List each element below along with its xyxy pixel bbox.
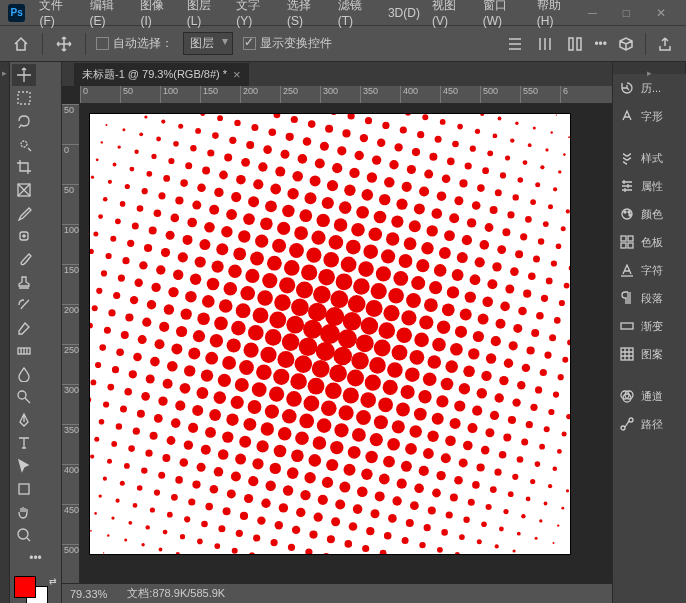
svg-point-450 (356, 410, 371, 425)
healing-tool[interactable] (12, 225, 36, 247)
collapse-toggle[interactable]: ▸ (0, 62, 10, 603)
svg-point-136 (120, 481, 125, 486)
swap-colors-icon[interactable]: ⇄ (49, 576, 57, 586)
marquee-tool[interactable] (12, 87, 36, 109)
svg-point-508 (375, 491, 385, 501)
move-tool-icon[interactable] (53, 33, 75, 55)
panel-channels[interactable]: 通道 (613, 382, 686, 410)
crop-tool[interactable] (12, 156, 36, 178)
quick-select-tool[interactable] (12, 133, 36, 155)
zoom-tool[interactable] (12, 524, 36, 546)
svg-point-161 (145, 450, 152, 457)
svg-point-143 (229, 137, 236, 144)
blur-tool[interactable] (12, 363, 36, 385)
canvas[interactable] (90, 114, 570, 554)
auto-select-checkbox[interactable]: 自动选择： (96, 35, 173, 52)
menu-file[interactable]: 文件(F) (33, 0, 83, 32)
move-tool[interactable] (12, 64, 36, 86)
dock-collapse[interactable]: ▸ (613, 62, 686, 74)
panel-paths[interactable]: 路径 (613, 410, 686, 438)
menu-view[interactable]: 视图(V) (426, 0, 477, 32)
pen-tool[interactable] (12, 409, 36, 431)
document-tab[interactable]: 未标题-1 @ 79.3%(RGB/8#) * × (74, 63, 249, 86)
edit-toolbar[interactable]: ••• (12, 547, 59, 569)
distribute-icon[interactable] (564, 33, 586, 55)
frame-tool[interactable] (12, 179, 36, 201)
svg-point-118 (202, 166, 210, 174)
menu-window[interactable]: 窗口(W) (477, 0, 531, 32)
shape-tool[interactable] (12, 478, 36, 500)
eyedropper-tool[interactable] (12, 202, 36, 224)
show-transform-checkbox[interactable]: 显示变换控件 (243, 35, 332, 52)
history-brush-tool[interactable] (12, 294, 36, 316)
hand-tool[interactable] (12, 501, 36, 523)
gradient-tool[interactable] (12, 340, 36, 362)
path-select-tool[interactable] (12, 455, 36, 477)
svg-point-596 (535, 182, 540, 187)
panel-character[interactable]: 字符 (613, 256, 686, 284)
panel-styles[interactable]: 样式 (613, 144, 686, 172)
svg-point-363 (336, 273, 353, 290)
menu-edit[interactable]: 编辑(E) (84, 0, 135, 32)
panel-swatches[interactable]: 色板 (613, 228, 686, 256)
foreground-color[interactable] (14, 576, 36, 598)
svg-point-3 (21, 141, 27, 147)
maximize-button[interactable]: □ (617, 2, 636, 24)
menu-image[interactable]: 图像(I) (134, 0, 180, 32)
panel-paragraph[interactable]: 段落 (613, 284, 686, 312)
svg-point-187 (167, 436, 176, 445)
3d-mode-icon[interactable] (615, 33, 637, 55)
doc-size[interactable]: 文档:878.9K/585.9K (127, 586, 225, 601)
svg-point-608 (477, 388, 487, 398)
zoom-level[interactable]: 79.33% (70, 588, 107, 600)
panel-color[interactable]: 颜色 (613, 200, 686, 228)
svg-point-224 (275, 167, 285, 177)
tab-close-icon[interactable]: × (233, 67, 241, 82)
color-swatches[interactable]: ⇄ (12, 576, 59, 603)
svg-point-618 (568, 136, 570, 138)
svg-rect-724 (628, 236, 633, 241)
type-tool[interactable] (12, 432, 36, 454)
panel-patterns[interactable]: 图案 (613, 340, 686, 368)
lasso-tool[interactable] (12, 110, 36, 132)
auto-select-target[interactable]: 图层 (183, 32, 233, 55)
svg-point-276 (320, 142, 329, 151)
svg-point-586 (436, 471, 445, 480)
minimize-button[interactable]: ─ (582, 2, 603, 24)
home-icon[interactable] (10, 33, 32, 55)
svg-point-560 (414, 484, 424, 494)
svg-point-472 (396, 327, 412, 343)
menu-layer[interactable]: 图层(L) (181, 0, 231, 32)
svg-point-412 (391, 216, 403, 228)
panel-glyphs[interactable]: 字形 (613, 102, 686, 130)
align-icon-2[interactable] (534, 33, 556, 55)
svg-point-462 (447, 158, 455, 166)
svg-point-235 (222, 356, 236, 370)
menu-help[interactable]: 帮助(H) (531, 0, 582, 32)
panel-history[interactable]: 历... (613, 74, 686, 102)
svg-point-234 (227, 338, 241, 352)
menu-select[interactable]: 选择(S) (281, 0, 332, 32)
panel-properties[interactable]: 属性 (613, 172, 686, 200)
svg-point-616 (441, 529, 448, 536)
brush-tool[interactable] (12, 248, 36, 270)
svg-point-408 (412, 148, 420, 156)
menu-3d[interactable]: 3D(D) (382, 2, 426, 24)
stamp-tool[interactable] (12, 271, 36, 293)
svg-point-110 (107, 459, 112, 464)
menu-type[interactable]: 文字(Y) (230, 0, 281, 32)
close-button[interactable]: ✕ (650, 2, 672, 24)
svg-point-680 (508, 491, 514, 497)
menu-filter[interactable]: 滤镜(T) (332, 0, 382, 32)
align-icon[interactable] (504, 33, 526, 55)
more-options[interactable]: ••• (594, 37, 607, 51)
eraser-tool[interactable] (12, 317, 36, 339)
svg-point-661 (490, 486, 497, 493)
svg-point-714 (561, 507, 564, 510)
canvas-viewport[interactable] (80, 104, 612, 583)
svg-point-641 (459, 534, 465, 540)
svg-point-610 (468, 423, 478, 433)
share-icon[interactable] (654, 33, 676, 55)
panel-gradient[interactable]: 渐变 (613, 312, 686, 340)
dodge-tool[interactable] (12, 386, 36, 408)
